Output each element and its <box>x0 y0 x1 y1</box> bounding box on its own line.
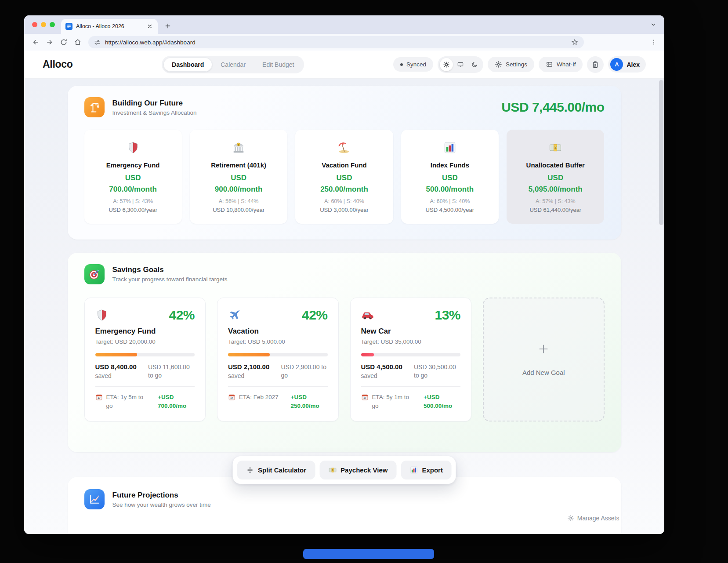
progress-fill <box>361 353 374 356</box>
togo-amount: USD 2,900.00 to go <box>281 363 328 380</box>
sync-dot-icon <box>400 63 403 66</box>
allocation-section: Building Our Future Investment & Savings… <box>68 86 621 240</box>
theme-toggle <box>438 56 483 73</box>
crane-icon <box>84 97 105 117</box>
gear-icon <box>567 515 574 522</box>
progress-bar <box>361 353 461 356</box>
monthly-rate: +USD 500.00/mo <box>424 393 460 411</box>
saved-amount: USD 8,400.00 saved <box>95 363 137 380</box>
allocation-card-retirement[interactable]: $ Retirement (401k) USD 900.00/month A: … <box>190 130 287 224</box>
allocation-grid: Emergency Fund USD 700.00/month A: 57% |… <box>84 130 605 224</box>
tab-dashboard[interactable]: Dashboard <box>163 58 212 72</box>
goal-card-new-car[interactable]: 13% New Car Target: USD 35,000.00 USD 4,… <box>350 298 472 422</box>
svg-text:$: $ <box>555 146 557 149</box>
app-logo: Alloco <box>43 58 72 70</box>
header-actions: Synced Settings What-If A <box>393 56 646 73</box>
allocation-card-unallocated-buffer[interactable]: $ Unallocated Buffer USD 5,095.00/month … <box>507 130 604 224</box>
tab-calendar[interactable]: Calendar <box>212 58 254 72</box>
section-subtitle: Track your progress toward financial tar… <box>112 276 228 283</box>
togo-amount: USD 30,500.00 to go <box>414 363 460 380</box>
chart-up-icon <box>84 489 105 509</box>
bookmark-star-icon[interactable] <box>571 38 579 46</box>
light-theme-sun-icon[interactable] <box>440 58 453 71</box>
export-button[interactable]: Export <box>401 461 452 479</box>
togo-amount: USD 11,600.00 to go <box>148 363 195 380</box>
manage-assets-button[interactable]: Manage Assets <box>567 515 619 522</box>
beach-umbrella-icon <box>337 141 351 154</box>
settings-button[interactable]: Settings <box>488 57 534 72</box>
reload-icon[interactable] <box>58 36 70 48</box>
window-controls <box>32 22 55 27</box>
tab-search-chevron-icon[interactable] <box>648 20 658 29</box>
bar-chart-icon <box>443 141 456 154</box>
goals-grid: 42% Emergency Fund Target: USD 20,000.00… <box>84 298 605 422</box>
target-icon <box>84 264 105 284</box>
add-new-goal-button[interactable]: Add New Goal <box>483 298 605 422</box>
plus-icon <box>538 343 549 355</box>
browser-tab[interactable]: Alloco - Alloco 2026 <box>61 19 158 34</box>
progress-fill <box>228 353 270 356</box>
fullscreen-window-button[interactable] <box>50 22 55 27</box>
main-nav: Dashboard Calendar Edit Budget <box>162 56 304 73</box>
svg-text:17: 17 <box>363 396 366 399</box>
clipboard-icon[interactable] <box>587 56 604 73</box>
allocation-card-index-funds[interactable]: Index Funds USD 500.00/month A: 60% | S:… <box>401 130 499 224</box>
bar-chart-icon <box>409 466 418 474</box>
progress-fill <box>95 353 137 356</box>
paycheck-view-button[interactable]: $ Paycheck View <box>319 461 396 479</box>
new-tab-button[interactable] <box>162 20 174 32</box>
shield-icon <box>127 141 140 154</box>
saved-amount: USD 2,100.00 saved <box>228 363 269 380</box>
back-icon[interactable] <box>29 36 42 48</box>
browser-tab-strip: Alloco - Alloco 2026 <box>24 15 664 34</box>
section-subtitle: Investment & Savings Allocation <box>112 109 197 116</box>
sync-status-badge: Synced <box>393 57 433 72</box>
monthly-rate: +USD 700.00/mo <box>158 393 195 411</box>
progress-bar <box>228 353 328 356</box>
forward-icon[interactable] <box>43 36 56 48</box>
split-calculator-button[interactable]: Split Calculator <box>237 461 315 479</box>
section-title: Building Our Future <box>112 99 197 108</box>
goal-percent: 13% <box>435 309 460 322</box>
future-projections-section: Future Projections See how your wealth g… <box>68 477 621 534</box>
allocation-card-vacation-fund[interactable]: Vacation Fund USD 250.00/month A: 60% | … <box>295 130 393 224</box>
tab-edit-budget[interactable]: Edit Budget <box>254 58 302 72</box>
what-if-button[interactable]: What-If <box>539 57 583 72</box>
tab-favicon <box>65 23 72 30</box>
user-menu[interactable]: A Alex <box>608 56 646 73</box>
monthly-rate: +USD 250.00/mo <box>291 393 328 411</box>
saved-amount: USD 4,500.00 saved <box>361 363 402 380</box>
browser-window: Alloco - Alloco 2026 https://alloco.web.… <box>24 15 664 534</box>
monthly-total: USD 7,445.00/mo <box>501 100 604 115</box>
browser-menu-icon[interactable] <box>648 37 659 47</box>
close-window-button[interactable] <box>32 22 37 27</box>
svg-text:17: 17 <box>98 396 100 399</box>
url-bar[interactable]: https://alloco.web.app/#dashboard <box>88 36 584 48</box>
tab-title: Alloco - Alloco 2026 <box>76 23 143 29</box>
sync-status-label: Synced <box>406 61 426 68</box>
system-theme-monitor-icon[interactable] <box>454 58 467 71</box>
progress-bar <box>95 353 195 356</box>
goal-card-vacation[interactable]: 42% Vacation Target: USD 5,000.00 USD 2,… <box>217 298 339 422</box>
scrollbar-thumb[interactable] <box>659 80 663 225</box>
shield-icon <box>95 309 109 322</box>
svg-text:17: 17 <box>230 396 233 399</box>
bottom-blue-bar <box>303 549 434 559</box>
money-icon: $ <box>549 141 562 154</box>
browser-toolbar: https://alloco.web.app/#dashboard <box>24 34 664 51</box>
minimize-window-button[interactable] <box>41 22 46 27</box>
page-scrollbar[interactable] <box>659 80 663 533</box>
allocation-card-emergency-fund[interactable]: Emergency Fund USD 700.00/month A: 57% |… <box>84 130 182 224</box>
site-info-icon[interactable] <box>94 39 101 46</box>
goal-percent: 42% <box>169 309 195 322</box>
goal-percent: 42% <box>302 309 328 322</box>
calendar-icon: 17 <box>228 393 235 401</box>
rows-icon <box>546 61 553 68</box>
close-tab-icon[interactable] <box>146 23 153 30</box>
home-icon[interactable] <box>72 36 84 48</box>
dark-theme-moon-icon[interactable] <box>468 58 481 71</box>
eta-text: ETA: 1y 5m to go <box>106 393 148 411</box>
user-name: Alex <box>627 61 640 68</box>
goal-card-emergency-fund[interactable]: 42% Emergency Fund Target: USD 20,000.00… <box>84 298 206 422</box>
floating-toolbar: Split Calculator $ Paycheck View Export <box>232 456 456 484</box>
